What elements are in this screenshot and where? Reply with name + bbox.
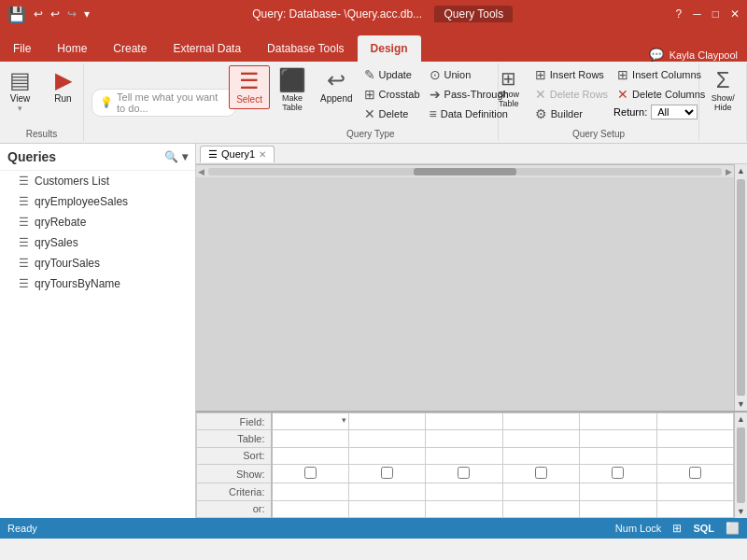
table-cell-5[interactable] — [580, 430, 657, 447]
delete-rows-button[interactable]: ✕ Delete Rows — [531, 85, 612, 104]
criteria-cell-4[interactable] — [502, 483, 580, 500]
customize-btn[interactable]: ▾ — [84, 7, 90, 21]
or-cell-2[interactable] — [348, 500, 426, 517]
show-cell-2[interactable] — [348, 464, 426, 483]
sidebar-item-employee-sales[interactable]: ☰ qryEmployeeSales — [0, 191, 195, 212]
criteria-cell-5[interactable] — [580, 483, 657, 500]
sidebar-more-icon[interactable]: ▾ — [182, 150, 188, 163]
sort-cell-1[interactable] — [272, 447, 349, 464]
sort-cell-6[interactable] — [656, 447, 734, 464]
table-cell-3[interactable] — [426, 430, 503, 447]
or-cell-1[interactable] — [272, 500, 349, 517]
undo2-btn[interactable]: ↩ — [50, 7, 60, 21]
criteria-cell-2[interactable] — [348, 483, 426, 500]
grid-v-scrollbar[interactable]: ▲ ▼ — [734, 413, 747, 518]
tab-home[interactable]: Home — [44, 35, 100, 62]
sort-cell-5[interactable] — [580, 447, 657, 464]
show-cell-5[interactable] — [580, 464, 657, 483]
criteria-cell-3[interactable] — [426, 483, 503, 500]
undo-btn[interactable]: ↩ — [34, 7, 43, 21]
or-cell-5[interactable] — [580, 500, 657, 517]
show-cell-6[interactable] — [656, 464, 734, 483]
scroll-right-btn[interactable]: ▶ — [724, 167, 734, 176]
v-scroll-thumb[interactable] — [737, 179, 745, 396]
show-cell-1[interactable] — [272, 464, 349, 483]
tab-create[interactable]: Create — [100, 35, 160, 62]
sort-cell-2[interactable] — [348, 447, 426, 464]
show-cell-3[interactable] — [426, 464, 503, 483]
tab-design[interactable]: Design — [358, 35, 421, 62]
table-cell-1[interactable] — [272, 430, 349, 447]
delete-button[interactable]: ✕ Delete — [360, 105, 424, 123]
sidebar-item-sales[interactable]: ☰ qrySales — [0, 232, 195, 253]
sql-btn[interactable]: SQL — [693, 523, 714, 534]
field-cell-4[interactable] — [502, 413, 580, 430]
sort-cell-4[interactable] — [502, 447, 580, 464]
or-cell-4[interactable] — [502, 500, 580, 517]
field-cell-6[interactable] — [656, 413, 734, 430]
tab-database-tools[interactable]: Database Tools — [254, 35, 358, 62]
crosstab-button[interactable]: ⊞ Crosstab — [360, 85, 424, 104]
show-checkbox-1[interactable] — [304, 467, 317, 479]
show-checkbox-5[interactable] — [612, 467, 624, 479]
or-cell-6[interactable] — [656, 500, 734, 517]
maximize-btn[interactable]: □ — [712, 7, 719, 21]
sidebar-item-tour-sales[interactable]: ☰ qryTourSales — [0, 253, 195, 273]
select-button[interactable]: ☰ Select — [229, 65, 270, 109]
show-cell-4[interactable] — [502, 464, 580, 483]
scroll-left-btn[interactable]: ◀ — [196, 167, 206, 176]
h-scrollbar[interactable]: ◀ ▶ — [196, 164, 734, 177]
scroll-down-btn[interactable]: ▼ — [735, 398, 747, 411]
tab-file[interactable]: File — [0, 35, 44, 62]
tab-close-icon[interactable]: ✕ — [259, 149, 266, 160]
sidebar-item-customers-list[interactable]: ☰ Customers List — [0, 171, 195, 191]
status-extra[interactable]: ⬜ — [726, 522, 740, 535]
grid-scroll-up-btn[interactable]: ▲ — [735, 413, 747, 426]
sidebar-item-tours-by-name[interactable]: ☰ qryToursByName — [0, 273, 195, 294]
sidebar-search-icon[interactable]: 🔍 — [164, 150, 178, 163]
show-checkbox-3[interactable] — [458, 467, 470, 479]
field-cell-1[interactable]: ▾ — [272, 413, 349, 430]
tell-me-bar[interactable]: 💡 Tell me what you want to do... — [92, 89, 236, 117]
view-button[interactable]: ▤ View ▾ — [0, 65, 41, 117]
grid-scroll-thumb[interactable] — [737, 427, 745, 503]
show-table-button[interactable]: ⊞ ShowTable — [488, 65, 529, 112]
make-table-button[interactable]: ⬛ MakeTable — [272, 65, 313, 116]
insert-columns-button[interactable]: ⊞ Insert Columns — [613, 65, 709, 84]
show-checkbox-4[interactable] — [535, 467, 547, 479]
grid-scroll-down-btn[interactable]: ▼ — [735, 505, 747, 518]
or-cell-3[interactable] — [426, 500, 503, 517]
sidebar-item-rebate[interactable]: ☰ qryRebate — [0, 212, 195, 232]
tab-external-data[interactable]: External Data — [160, 35, 254, 62]
close-btn[interactable]: ✕ — [730, 7, 740, 21]
field-cell-5[interactable] — [580, 413, 657, 430]
criteria-cell-6[interactable] — [656, 483, 734, 500]
field-cell-2[interactable] — [348, 413, 426, 430]
criteria-cell-1[interactable] — [272, 483, 349, 500]
show-checkbox-2[interactable] — [381, 467, 393, 479]
insert-rows-button[interactable]: ⊞ Insert Rows — [531, 65, 612, 84]
redo-btn[interactable]: ↪ — [67, 7, 77, 21]
h-scroll-thumb[interactable] — [414, 168, 516, 175]
show-hide-button[interactable]: Σ Show/Hide — [702, 65, 743, 116]
query1-tab[interactable]: ☰ Query1 ✕ — [200, 146, 275, 162]
table-cell-2[interactable] — [348, 430, 426, 447]
table-cell-6[interactable] — [656, 430, 734, 447]
update-button[interactable]: ✎ Update — [360, 65, 424, 84]
return-select[interactable]: All 5 25 — [651, 105, 698, 119]
field-cell-3[interactable] — [426, 413, 503, 430]
delete-columns-button[interactable]: ✕ Delete Columns — [613, 85, 709, 104]
h-scroll-track[interactable] — [208, 168, 722, 175]
table-cell-4[interactable] — [502, 430, 580, 447]
builder-button[interactable]: ⚙ Builder — [531, 105, 612, 123]
help-btn[interactable]: ? — [676, 7, 683, 21]
field-dropdown-1[interactable]: ▾ — [342, 415, 346, 425]
minimize-btn[interactable]: ─ — [693, 7, 701, 21]
append-button[interactable]: ↩ Append — [315, 65, 358, 107]
v-scrollbar[interactable]: ▲ ▼ — [734, 164, 747, 411]
run-button[interactable]: ▶ Run — [43, 65, 84, 107]
scroll-up-btn[interactable]: ▲ — [735, 164, 747, 177]
layout-icon[interactable]: ⊞ — [672, 522, 682, 535]
sort-cell-3[interactable] — [426, 447, 503, 464]
show-checkbox-6[interactable] — [689, 467, 701, 479]
